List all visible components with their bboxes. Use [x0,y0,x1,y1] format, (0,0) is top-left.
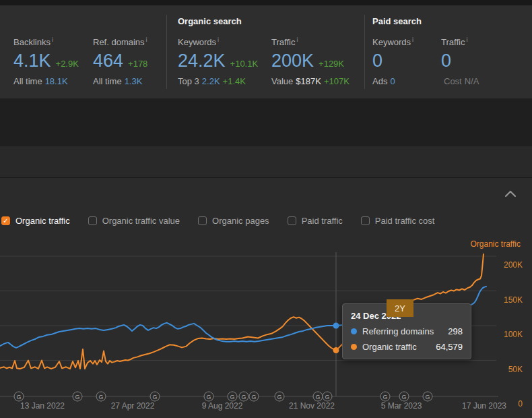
metrics-panel: Organic search Paid search Backlinksi 4.… [0,5,532,98]
metric-sub-delta: +1.4K [223,76,246,86]
svg-text:G: G [16,394,21,400]
tooltip-series-label: Organic traffic [362,342,436,352]
metric-sub-value[interactable]: 0 [390,76,395,86]
metric-sub-value: N/A [465,76,479,86]
referring-domains-dot-icon [351,328,357,334]
svg-text:G: G [401,394,406,400]
metric-sub-label: Value [271,76,293,86]
metric-organic-keywords: Keywordsi 24.2K+10.1K Top 32.2K+1.4K [178,36,258,86]
metric-label: Keywords [178,37,216,47]
checkbox-unchecked-icon[interactable] [88,216,97,225]
google-update-marker-icon[interactable]: G [14,392,24,401]
google-update-marker-icon[interactable]: G [313,392,323,401]
checkbox-unchecked-icon[interactable] [361,216,370,225]
y-axis-label-200K: 200K [504,260,523,270]
section-title-organic-search: Organic search [178,16,242,26]
y-axis-label-100K: 100K [504,330,523,339]
tooltip-row: Referring domains 298 [351,326,463,336]
metric-value[interactable]: 464 [93,51,123,71]
svg-text:G: G [230,394,234,400]
google-update-marker-icon[interactable]: G [228,392,237,401]
info-icon[interactable]: i [218,36,219,43]
google-update-marker-icon[interactable]: G [423,392,432,401]
google-update-marker-icon[interactable]: G [150,392,160,401]
metric-paid-traffic: Traffici 0 CostN/A [441,36,479,86]
google-update-marker-icon[interactable]: G [239,392,248,401]
x-axis-label: 21 Nov 2022 [289,401,335,411]
y-axis-label-50K: 50K [508,365,523,374]
top-strip [0,0,532,5]
svg-text:G: G [251,394,256,400]
tooltip-series-label: Referring domains [362,326,448,336]
metric-sub-value[interactable]: 2.2K [202,76,220,86]
checkbox-organic-traffic[interactable]: ✓Organic traffic [1,216,70,226]
hover-point-organic-traffic [333,347,339,353]
metric-sub-value[interactable]: 1.3K [125,76,143,86]
google-update-marker-icon[interactable]: G [399,392,409,401]
svg-text:G: G [98,394,103,400]
google-update-marker-icon[interactable]: G [380,392,390,401]
tooltip-series-value: 298 [448,326,463,336]
info-icon[interactable]: i [52,36,53,43]
metric-sub-label: All time [93,76,122,86]
metric-sub-label: Ads [372,76,387,86]
checkbox-paid-traffic[interactable]: Paid traffic [288,216,343,226]
metric-sub-label: Top 3 [178,76,199,86]
metric-delta: +178 [128,59,147,69]
checkbox-organic-traffic-value[interactable]: Organic traffic value [88,216,180,226]
google-update-marker-icon[interactable]: G [204,392,213,401]
checkbox-unchecked-icon[interactable] [288,216,296,225]
info-icon[interactable]: i [412,36,413,43]
google-update-marker-icon[interactable]: G [275,392,284,401]
checkbox-label: Organic traffic value [102,216,180,226]
range-button-2y[interactable]: 2Y [387,299,413,317]
checkbox-checked-icon[interactable]: ✓ [1,216,10,225]
metric-label: Backlinks [13,37,51,47]
checkbox-paid-traffic-cost[interactable]: Paid traffic cost [361,216,435,226]
google-update-marker-icon[interactable]: G [323,392,332,401]
checkbox-organic-pages[interactable]: Organic pages [198,216,269,226]
svg-text:G: G [425,394,430,400]
metric-sub-label: Cost [444,76,462,86]
metric-label: Ref. domains [93,37,145,47]
metric-value[interactable]: 0 [441,51,451,71]
svg-text:G: G [152,394,157,400]
x-axis-label: 17 Jun 2023 [462,401,506,411]
metric-label: Traffic [271,37,295,47]
metric-value[interactable]: 4.1K [13,51,51,71]
svg-text:G: G [383,394,387,400]
checkbox-label: Paid traffic [302,216,343,226]
svg-text:G: G [315,394,320,400]
metric-value[interactable]: 0 [372,51,383,71]
checkbox-label: Paid traffic cost [375,216,435,226]
google-update-marker-icon[interactable]: G [249,392,259,401]
metric-sub-label: All time [13,76,42,86]
google-update-marker-icon[interactable]: G [73,392,82,401]
series-checkbox-row: ✓Organic trafficOrganic traffic valueOrg… [1,216,434,226]
checkbox-label: Organic traffic [15,216,70,226]
collapse-chart-icon[interactable] [504,189,517,198]
divider [364,15,365,89]
google-update-marker-icon[interactable]: G [96,392,106,401]
checkbox-unchecked-icon[interactable] [198,216,207,225]
metric-delta: +10.1K [230,59,259,69]
metric-sub-delta: +107K [324,76,350,86]
x-axis-label: 5 Mar 2023 [381,401,422,411]
metric-value[interactable]: 200K [271,51,314,71]
info-icon[interactable]: i [146,36,147,43]
svg-text:G: G [206,394,211,400]
y-axis-label-150K: 150K [504,295,523,305]
divider [166,15,167,89]
y-axis-label-0: 0 [518,399,523,409]
hover-point-referring-domains [333,323,339,329]
metric-sub-value[interactable]: 18.1K [45,76,68,86]
info-icon[interactable]: i [466,36,467,43]
x-axis-label: 9 Aug 2022 [202,401,243,411]
metric-label: Keywords [372,37,411,47]
metric-backlinks: Backlinksi 4.1K+2.9K All time18.1K [13,36,79,86]
svg-text:G: G [277,394,281,400]
metric-value[interactable]: 24.2K [178,51,226,71]
checkbox-label: Organic pages [212,216,269,226]
info-icon[interactable]: i [296,36,298,43]
tooltip-series-value: 64,579 [436,342,463,352]
